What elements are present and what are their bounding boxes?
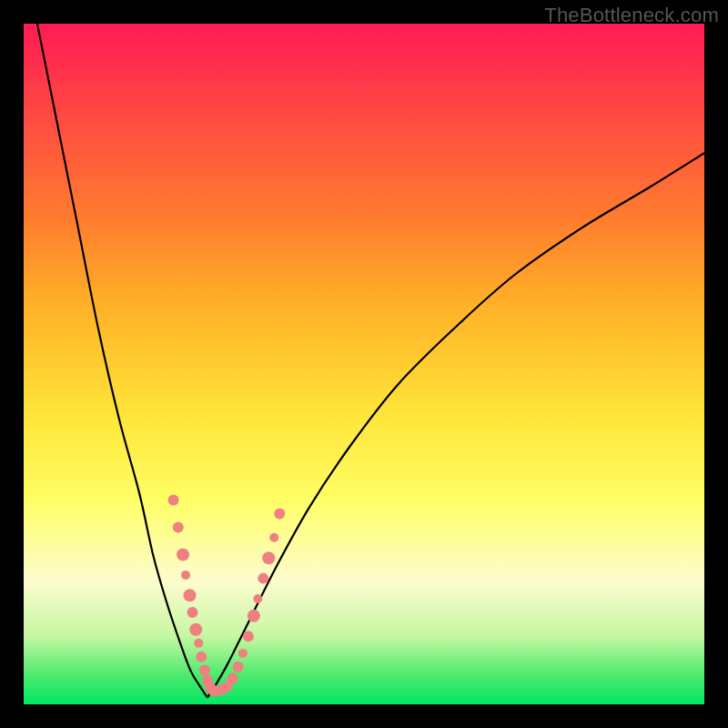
curve-svg [24,24,704,704]
data-marker [189,623,202,636]
left-curve [37,24,207,698]
data-marker [228,673,238,684]
data-marker [269,533,278,542]
data-marker [196,652,207,662]
data-marker [194,639,203,648]
data-marker [238,649,248,658]
data-marker [168,495,179,506]
data-marker [262,551,275,564]
data-marker [181,571,190,580]
chart-frame: TheBottleneck.com [0,0,728,728]
data-marker [177,548,189,561]
data-marker [187,607,198,618]
data-marker [253,594,262,603]
data-marker [173,522,184,533]
data-marker [199,665,210,676]
data-marker [233,662,244,672]
data-marker [248,610,260,622]
data-marker [243,631,254,642]
right-curve [207,153,704,697]
data-marker [258,573,268,584]
data-marker [184,589,197,602]
watermark-text: TheBottleneck.com [544,4,719,27]
data-marker [274,509,285,520]
plot-area [24,24,704,704]
